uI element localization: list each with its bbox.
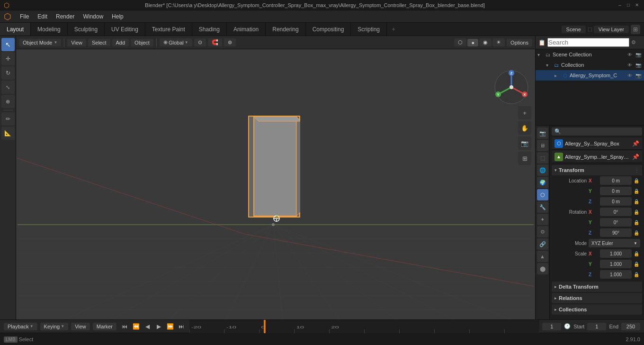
location-z-field[interactable]: 0 m [600,197,632,206]
view-menu[interactable]: View [67,39,86,46]
transform-options-icon[interactable]: ⋮ [635,168,639,173]
scale-z-lock[interactable]: 🔒 [634,272,640,277]
outliner-filter-btn[interactable]: ⚙ [631,39,636,45]
transform-dropdown[interactable]: ⊕ Global ▼ [160,38,192,46]
outliner-collection[interactable]: ▾ 🗂 Collection 👁 📷 [536,60,644,70]
scale-x-lock[interactable]: 🔒 [634,251,640,256]
rotate-tool[interactable]: ↻ [1,66,15,80]
menu-file[interactable]: File [16,12,33,21]
select-tool[interactable]: ↖ [1,38,15,51]
annotate-tool[interactable]: ✏ [1,112,15,126]
minimize-button[interactable]: – [617,2,623,9]
tab-animation[interactable]: Animation [227,23,266,36]
outliner-scene-collection[interactable]: ▾ 🗂 Scene Collection 👁 📷 [536,49,644,60]
view-layer-selector[interactable]: View Layer [594,26,629,33]
scale-z-field[interactable]: 1.000 [600,270,632,279]
object-eye[interactable]: 👁 [626,72,634,79]
scale-tool[interactable]: ⤡ [1,81,15,94]
hand-btn[interactable]: ✋ [518,121,531,135]
obj-data-pin-btn[interactable]: 📌 [632,154,639,160]
location-y-lock[interactable]: 🔒 [634,189,640,194]
tab-uv-editing[interactable]: UV Editing [105,23,145,36]
prop-icon-output[interactable]: 🖥 [537,140,548,151]
play-btn[interactable]: ▶ [153,321,164,332]
camera-btn[interactable]: 📷 [518,136,531,150]
snapping-button[interactable]: 🧲 [208,38,222,46]
delta-transform-header[interactable]: ▸ Delta Transform [552,281,642,292]
outliner-type-btn[interactable]: 📋 [538,39,546,46]
view-btn[interactable]: View [71,323,90,330]
end-frame-field[interactable]: 250 [621,323,640,330]
proportional-edit[interactable]: ⊚ [224,38,236,46]
origin-handle[interactable] [272,214,281,223]
viewport-canvas[interactable]: Z X Y + ✋ 📷 ⊞ [16,49,535,319]
material-btn[interactable]: ◉ [479,38,492,46]
measure-tool[interactable]: 📐 [1,127,15,140]
playback-btn[interactable]: Playback ▼ [4,323,37,330]
timeline-area[interactable]: -20 -10 0 10 20 [189,320,539,333]
menu-window[interactable]: Window [79,12,107,21]
mode-dropdown[interactable]: Object Mode ▼ [19,39,61,46]
rotation-z-field[interactable]: 90° [600,228,632,237]
navigation-gizmo[interactable]: Z X Y [492,68,530,106]
add-workspace-button[interactable]: + [387,23,400,36]
location-x-field[interactable]: 0 m [600,176,632,185]
prop-icon-modifier[interactable]: 🔧 [537,201,548,213]
rotation-x-lock[interactable]: 🔒 [634,209,640,215]
relations-header[interactable]: ▸ Relations [552,293,642,303]
solid-btn[interactable]: ● [467,39,478,46]
location-x-lock[interactable]: 🔒 [634,178,640,183]
marker-btn[interactable]: Marker [93,323,116,330]
scene-selector[interactable]: Scene [562,26,586,33]
prop-icon-material[interactable]: ⬤ [537,263,548,274]
menu-render[interactable]: Render [52,12,78,21]
wireframe-btn[interactable]: ⬡ [454,38,466,46]
outliner-object[interactable]: ▸ ⬡ Allergy_Symptom_C 👁 📷 [536,70,644,81]
scene-collection-eye[interactable]: 👁 [626,51,634,58]
play-reverse-btn[interactable]: ◀ [142,321,152,332]
location-y-field[interactable]: 0 m [600,187,632,195]
collections-header[interactable]: ▸ Collections [552,304,642,315]
menu-help[interactable]: Help [108,12,127,21]
prop-icon-data[interactable]: ▲ [537,251,548,262]
zoom-in-btn[interactable]: + [518,106,531,119]
tab-layout[interactable]: Layout [0,23,31,36]
jump-start-btn[interactable]: ⏮ [119,321,130,332]
obj-data-name[interactable]: Allergy_Symp...ler_Spray_Box [565,154,630,160]
collection-cam[interactable]: 📷 [635,61,642,69]
tab-shading[interactable]: Shading [192,23,227,36]
pivot-button[interactable]: ⊙ [194,38,206,46]
viewport[interactable]: Object Mode ▼ View Select Add Object ⊕ G… [16,36,535,319]
collection-eye[interactable]: 👁 [626,61,634,69]
props-search-input[interactable] [563,129,639,135]
options-btn[interactable]: Options [507,39,532,46]
prop-icon-particles[interactable]: ✦ [537,214,548,225]
tab-scripting[interactable]: Scripting [351,23,387,36]
select-menu[interactable]: Select [88,39,110,46]
rotation-x-field[interactable]: 0° [600,208,632,216]
tab-texture-paint[interactable]: Texture Paint [145,23,192,36]
scale-y-field[interactable]: 1.000 [600,260,632,268]
editor-type-button[interactable]: ⊞ [631,25,640,34]
prop-icon-world[interactable]: 🌍 [537,177,548,188]
prop-icon-scene[interactable]: 🌐 [537,164,548,176]
keying-btn[interactable]: Keying ▼ [40,323,69,330]
start-frame-field[interactable]: 1 [587,323,606,330]
grid-btn[interactable]: ⊞ [518,152,531,165]
object-pin-btn[interactable]: 📌 [632,140,639,147]
scene-collection-cam[interactable]: 📷 [635,51,642,58]
tab-rendering[interactable]: Rendering [266,23,305,36]
jump-end-btn[interactable]: ⏭ [176,321,187,332]
location-z-lock[interactable]: 🔒 [634,199,640,204]
outliner-search-input[interactable] [547,38,629,47]
step-back-btn[interactable]: ⏪ [131,321,141,332]
transform-header[interactable]: ▾ Transform ⋮ [552,165,642,175]
step-fwd-btn[interactable]: ⏩ [165,321,175,332]
tab-sculpting[interactable]: Sculpting [68,23,105,36]
maximize-button[interactable]: □ [625,2,632,9]
close-button[interactable]: ✕ [634,2,640,9]
prop-icon-physics[interactable]: ⚙ [537,226,548,237]
add-menu[interactable]: Add [112,39,129,46]
rotation-y-field[interactable]: 0° [600,218,632,227]
move-tool[interactable]: ✛ [1,52,15,65]
